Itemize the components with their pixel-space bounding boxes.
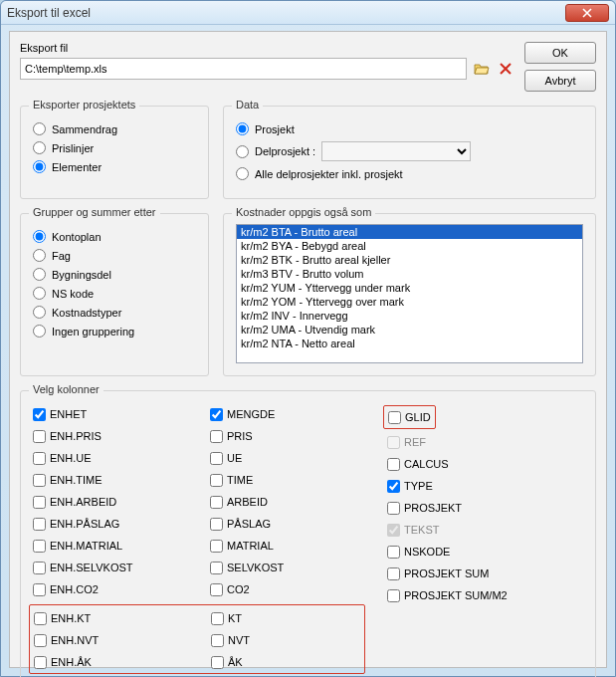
checkbox-enh-time[interactable]: ENH.TIME	[33, 471, 182, 489]
radio-fag[interactable]: Fag	[33, 249, 196, 262]
cancel-button[interactable]: Avbryt	[524, 70, 596, 92]
kostnader-group: Kostnader oppgis også som kr/m2 BTA - Br…	[223, 213, 596, 376]
checkbox-enh-nvt[interactable]: ENH.NVT	[34, 631, 183, 649]
checkbox-nvt[interactable]: NVT	[211, 631, 360, 649]
close-button[interactable]	[565, 4, 609, 22]
client-area: Eksport fil OK Avbryt	[9, 31, 607, 668]
titlebar: Eksport til excel	[1, 1, 615, 25]
x-icon	[499, 62, 513, 76]
file-label: Eksport fil	[20, 42, 514, 54]
checkbox-pris[interactable]: PRIS	[210, 427, 359, 445]
radio-alle[interactable]: Alle delprosjekter inkl. prosjekt	[236, 167, 583, 180]
radio-elementer[interactable]: Elementer	[33, 160, 196, 173]
highlight-box-bottom: ENH.KTENH.NVTENH.ÅK KTNVTÅK	[29, 604, 365, 674]
checkbox-enh-pris[interactable]: ENH.PRIS	[33, 427, 182, 445]
list-item[interactable]: kr/m2 NTA - Netto areal	[237, 337, 582, 350]
checkbox-enh-co2[interactable]: ENH.CO2	[33, 580, 182, 598]
kostnader-group-title: Kostnader oppgis også som	[232, 206, 375, 218]
checkbox-ue[interactable]: UE	[210, 449, 359, 467]
radio-bygningsdel[interactable]: Bygningsdel	[33, 268, 196, 281]
close-icon	[582, 8, 592, 18]
clear-button[interactable]	[497, 60, 514, 78]
checkbox-prosjekt-sum-m2[interactable]: PROSJEKT SUM/M2	[387, 586, 536, 604]
checkbox-kt[interactable]: KT	[211, 609, 360, 627]
export-group-title: Eksporter prosjektets	[29, 99, 139, 111]
ok-button[interactable]: OK	[524, 42, 596, 64]
data-group-title: Data	[232, 99, 263, 111]
checkbox-prosjekt[interactable]: PROSJEKT	[387, 499, 536, 517]
checkbox-matrial[interactable]: MATRIAL	[210, 537, 359, 555]
list-item[interactable]: kr/m2 UMA - Utvendig mark	[237, 323, 582, 337]
radio-ingen[interactable]: Ingen gruppering	[33, 325, 196, 338]
checkbox-mengde[interactable]: MENGDE	[210, 405, 359, 423]
dialog-window: Eksport til excel Eksport fil	[0, 0, 616, 677]
checkbox-co2[interactable]: CO2	[210, 580, 359, 598]
checkbox-enh-arbeid[interactable]: ENH.ARBEID	[33, 493, 182, 511]
radio-prislinjer[interactable]: Prislinjer	[33, 141, 196, 154]
list-item[interactable]: kr/m2 YUM - Yttervegg under mark	[237, 281, 582, 295]
checkbox-prosjekt-sum[interactable]: PROSJEKT SUM	[387, 564, 536, 582]
checkbox-type[interactable]: TYPE	[387, 477, 536, 495]
checkbox-time[interactable]: TIME	[210, 471, 359, 489]
grupper-group-title: Grupper og summer etter	[29, 206, 160, 218]
export-group: Eksporter prosjektets Sammendrag Prislin…	[20, 106, 209, 199]
list-item[interactable]: kr/m2 INV - Innervegg	[237, 309, 582, 323]
radio-prosjekt[interactable]: Prosjekt	[236, 122, 583, 135]
checkbox-enh-ue[interactable]: ENH.UE	[33, 449, 182, 467]
checkbox-nskode[interactable]: NSKODE	[387, 543, 536, 561]
file-path-input[interactable]	[20, 58, 467, 80]
list-item[interactable]: kr/m3 BTV - Brutto volum	[237, 267, 582, 281]
grupper-group: Grupper og summer etter Kontoplan Fag By…	[20, 213, 209, 376]
checkbox-enh-matrial[interactable]: ENH.MATRIAL	[33, 537, 182, 555]
checkbox-enh-selvkost[interactable]: ENH.SELVKOST	[33, 559, 182, 576]
folder-open-icon	[474, 62, 490, 76]
checkbox-enhet[interactable]: ENHET	[33, 405, 182, 423]
kolonner-group: Velg kolonner ENHETENH.PRISENH.UEENH.TIM…	[20, 390, 596, 677]
kostnader-listbox[interactable]: kr/m2 BTA - Brutto arealkr/m2 BYA - Beby…	[236, 224, 583, 363]
kolonner-group-title: Velg kolonner	[29, 383, 103, 395]
radio-delprosjekt[interactable]: Delprosjekt :	[236, 141, 583, 161]
delprosjekt-dropdown[interactable]	[321, 141, 471, 161]
checkbox-column-3: GLIDREFCALCUSTYPEPROSJEKTTEKSTNSKODEPROS…	[387, 405, 536, 604]
browse-button[interactable]	[473, 60, 491, 78]
list-item[interactable]: kr/m2 BTK - Brutto areal kjeller	[237, 253, 582, 267]
checkbox-column-2: MENGDEPRISUETIMEARBEIDPÅSLAGMATRIALSELVK…	[210, 405, 359, 604]
list-item[interactable]: kr/m2 YOM - Yttervegg over mark	[237, 295, 582, 309]
checkbox-enh-k[interactable]: ENH.ÅK	[34, 653, 183, 671]
checkbox-tekst: TEKST	[387, 521, 536, 539]
list-item[interactable]: kr/m2 BTA - Brutto areal	[237, 225, 582, 239]
highlight-box-glid: GLID	[383, 405, 436, 429]
window-title: Eksport til excel	[7, 6, 91, 20]
checkbox-p-slag[interactable]: PÅSLAG	[210, 515, 359, 533]
checkbox-red-col-2: KTNVTÅK	[211, 609, 360, 671]
checkbox-enh-kt[interactable]: ENH.KT	[34, 609, 183, 627]
checkbox-column-1: ENHETENH.PRISENH.UEENH.TIMEENH.ARBEIDENH…	[33, 405, 182, 604]
checkbox--k[interactable]: ÅK	[211, 653, 360, 671]
checkbox-arbeid[interactable]: ARBEID	[210, 493, 359, 511]
radio-nskode[interactable]: NS kode	[33, 287, 196, 300]
radio-kontoplan[interactable]: Kontoplan	[33, 230, 196, 243]
data-group: Data Prosjekt Delprosjekt : Alle delpros…	[223, 106, 596, 199]
radio-kostnadstyper[interactable]: Kostnadstyper	[33, 306, 196, 319]
checkbox-red-col-1: ENH.KTENH.NVTENH.ÅK	[34, 609, 183, 671]
checkbox-calcus[interactable]: CALCUS	[387, 455, 536, 473]
radio-sammendrag[interactable]: Sammendrag	[33, 122, 196, 135]
checkbox-glid[interactable]: GLID	[388, 408, 431, 426]
checkbox-ref: REF	[387, 433, 536, 451]
list-item[interactable]: kr/m2 BYA - Bebygd areal	[237, 239, 582, 253]
checkbox-selvkost[interactable]: SELVKOST	[210, 559, 359, 576]
checkbox-enh-p-slag[interactable]: ENH.PÅSLAG	[33, 515, 182, 533]
